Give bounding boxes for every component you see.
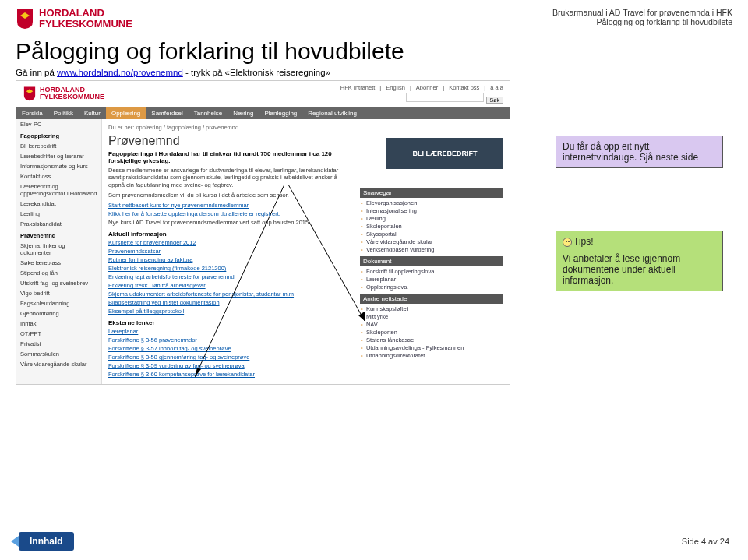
sidebar-item[interactable]: Lærebedrifter og lærarar	[16, 151, 101, 161]
sidebar-group-active[interactable]: Prøvenemnd	[16, 229, 101, 241]
list-item[interactable]: Mitt yrke	[360, 313, 503, 320]
sidebar-item[interactable]: Informasjonsmøte og kurs	[16, 161, 101, 171]
search-button[interactable]: Søk	[486, 97, 503, 104]
sidebar-item[interactable]: Gjennomføring	[16, 308, 101, 319]
list-item[interactable]: Våre vidaregåande skular	[360, 238, 503, 245]
page-number: Side 4 av 24	[682, 537, 729, 546]
sidebar-item[interactable]: Søke læreplass	[16, 258, 101, 268]
shield-icon	[23, 86, 37, 101]
list-item[interactable]: Utdanningsavdelinga - Fylkesmannen	[360, 344, 503, 351]
sidebar-item[interactable]: Våre vidaregåande skular	[16, 359, 101, 369]
section-heading: Eksterne lenker	[108, 319, 352, 326]
sidebar-item[interactable]: Lærebedrift og opplæringskontor i Hordal…	[16, 181, 101, 199]
sidebar-item[interactable]: Skjema, linker og dokumenter	[16, 241, 101, 258]
nav-item[interactable]: Planlegging	[259, 107, 302, 119]
header-context-line2: Pålogging og forklaring til hovudbilete	[552, 17, 732, 26]
sidebar-item[interactable]: Lærekandidat	[16, 199, 101, 209]
toplink[interactable]: English	[386, 84, 405, 91]
sidebar-item[interactable]: Stipend og lån	[16, 268, 101, 278]
content-link[interactable]: Bilagserstatning ved mistet dokumentasjo…	[108, 299, 352, 306]
sidebar-item[interactable]: Vigo bedrift	[16, 288, 101, 298]
list-item[interactable]: Forskrift til opplæringslova	[360, 268, 503, 275]
search-input[interactable]	[406, 93, 484, 102]
content-link[interactable]: Start nettbasert kurs for nye prøvenemnd…	[108, 202, 352, 209]
sidebar-item[interactable]: Inntak	[16, 319, 101, 329]
sidebar-item[interactable]: Privatist	[16, 339, 101, 349]
callout-green: Tips! Vi anbefaler å lese igjennom dokum…	[556, 231, 723, 291]
content-link[interactable]: Klikk her for å fortsette opplæringa der…	[108, 210, 352, 217]
sidebar-item[interactable]: OT/PPT	[16, 329, 101, 339]
content-link[interactable]: Erklæring tapt arbeidsforteneste for prø…	[108, 273, 352, 280]
body-text: Nye kurs i AD Travel for prøvenemndsmedl…	[108, 219, 352, 227]
intro-link[interactable]: www.hordaland.no/provenemnd	[57, 68, 183, 77]
callout-title: Tips!	[573, 236, 594, 247]
callout-purple: Du får då opp eit nytt internettvindauge…	[556, 136, 723, 168]
nav-item[interactable]: Politikk	[48, 107, 79, 119]
font-size-toggle[interactable]: a a a	[490, 84, 503, 91]
content-link[interactable]: Kurshefte for prøvenemnder 2012	[108, 239, 352, 246]
content-link[interactable]: Forskriftene § 3-57 innhold fag- og svei…	[108, 345, 352, 352]
content-link[interactable]: Forskriftene § 3-59 vurdering av fag- og…	[108, 362, 352, 369]
list-item[interactable]: Læreplanar	[360, 276, 503, 283]
box-heading: Dokument	[360, 256, 503, 266]
sidebar-item[interactable]: Kontakt oss	[16, 171, 101, 181]
sidebar-group[interactable]: Fagopplæring	[16, 129, 101, 141]
nav-item[interactable]: Næring	[228, 107, 259, 119]
sidebar-item[interactable]: Lærling	[16, 209, 101, 219]
toplink[interactable]: Kontakt oss	[449, 84, 479, 91]
body-text: Desse medlemmene er ansvarlege for slutt…	[108, 167, 352, 189]
list-item[interactable]: Verksemdbasert vurdering	[360, 246, 503, 253]
ss-logo: HORDALAND FYLKESKOMMUNE	[23, 86, 104, 101]
nav-item[interactable]: Regional utvikling	[302, 107, 362, 119]
content-link[interactable]: Forskriftene § 3-56 prøvenemndor	[108, 336, 352, 343]
sidebar-item[interactable]: Praksiskandidat	[16, 219, 101, 229]
toplink[interactable]: Abonner	[416, 84, 438, 91]
ss-main-nav: Forsida Politikk Kultur Opplæring Samfer…	[16, 107, 510, 119]
intro-post: - trykk på «Elektronisk reiseregning»	[183, 68, 330, 77]
sidebar-item[interactable]: Utskrift fag- og sveinebrev	[16, 278, 101, 288]
content-link[interactable]: Læreplanar	[108, 328, 352, 335]
list-item[interactable]: Lærling	[360, 215, 503, 222]
list-item[interactable]: Statens lånekasse	[360, 336, 503, 343]
content-link[interactable]: Skjema udokumentert arbeidsforteneste fo…	[108, 291, 352, 298]
content-link[interactable]: Forskriftene § 3-58 gjennomføring fag- o…	[108, 354, 352, 361]
nav-item[interactable]: Forsida	[16, 107, 48, 119]
list-item[interactable]: Elevorganisasjonen	[360, 199, 503, 206]
content-link[interactable]: Prøvenemndssatsar	[108, 248, 352, 255]
list-item[interactable]: Skoleporten	[360, 329, 503, 336]
sidebar-item[interactable]: Elev-PC	[16, 119, 101, 129]
sidebar-item[interactable]: Bli lærebedrift	[16, 141, 101, 151]
list-item[interactable]: Opplæringslova	[360, 284, 503, 291]
shield-icon	[16, 8, 34, 30]
box-heading: Andre nettstader	[360, 294, 503, 304]
content-link[interactable]: Elektronisk reiseregning (firmakode 2121…	[108, 265, 352, 272]
embedded-screenshot: HORDALAND FYLKESKOMMUNE HFK Intranett| E…	[16, 80, 510, 386]
ss-sidebar: Elev-PC Fagopplæring Bli lærebedrift Lær…	[16, 119, 102, 385]
nav-item[interactable]: Tannhelse	[189, 107, 228, 119]
nav-item[interactable]: Samferdsel	[146, 107, 188, 119]
toplink[interactable]: HFK Intranett	[340, 84, 376, 91]
ss-logo-line2: FYLKESKOMMUNE	[40, 93, 104, 100]
content-link[interactable]: Forskriftene § 3-60 kompetanseprøve for …	[108, 371, 352, 378]
section-heading: Aktuell informasjon	[108, 231, 352, 238]
list-item[interactable]: NAV	[360, 321, 503, 328]
nav-item[interactable]: Kultur	[79, 107, 106, 119]
content-link[interactable]: Eksempel på tilleggsprotokoll	[108, 308, 352, 315]
promo-banner[interactable]: BLI LÆREBEDRIFT	[386, 138, 503, 169]
lead-text: Fagopplæringa i Hordaland har til einkva…	[108, 150, 352, 164]
nav-item-active[interactable]: Opplæring	[106, 107, 146, 119]
list-item[interactable]: Skoleportalen	[360, 223, 503, 230]
callout-text: Vi anbefaler å lese igjennom dokumentene…	[563, 253, 680, 286]
content-link[interactable]: Erklæring trekk i løn frå arbeidsgjevar	[108, 282, 352, 289]
list-item[interactable]: Skyssportal	[360, 231, 503, 238]
toc-button[interactable]: Innhald	[19, 532, 74, 551]
sidebar-item[interactable]: Sommarskulen	[16, 349, 101, 359]
list-item[interactable]: Utdanningsdirektoratet	[360, 352, 503, 359]
list-item[interactable]: Internasjonalisering	[360, 207, 503, 214]
header-context: Brukarmanual i AD Travel for prøvenemnda…	[552, 8, 732, 26]
logo-line2: FYLKESKOMMUNE	[39, 19, 132, 30]
list-item[interactable]: Kunnskapsløftet	[360, 305, 503, 312]
content-link[interactable]: Rutiner for innsending av faktura	[108, 256, 352, 263]
sidebar-item[interactable]: Fagskoleutdanning	[16, 298, 101, 308]
breadcrumb: Du er her: opplæring / fagopplæring / pr…	[108, 124, 503, 131]
